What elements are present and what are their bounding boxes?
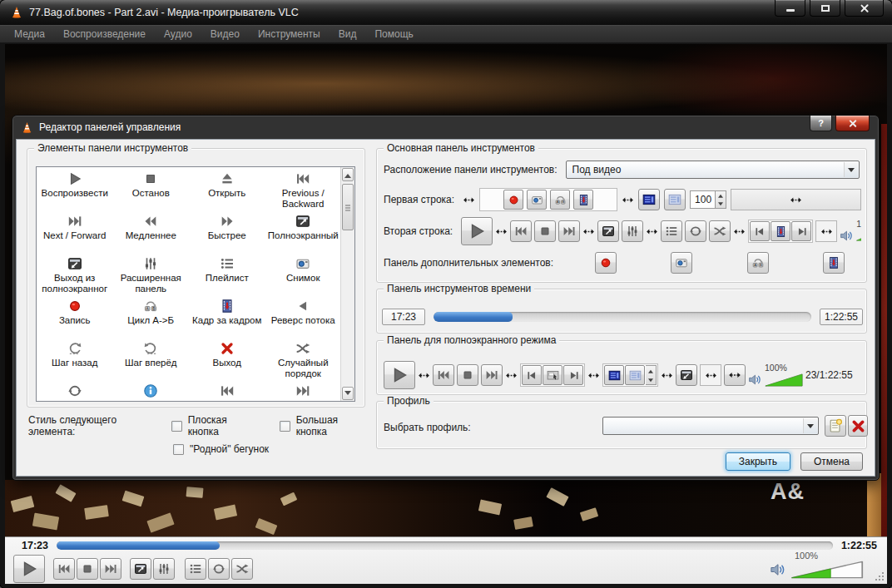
palette-item-step-back[interactable]: Шаг назад (37, 337, 113, 379)
menu-item-5[interactable]: Вид (330, 28, 366, 40)
scroll-up-button[interactable] (342, 168, 354, 181)
shuffle-button[interactable] (231, 558, 253, 580)
shuffle-button[interactable] (709, 220, 731, 242)
loop-button[interactable] (208, 558, 230, 580)
play-button[interactable] (384, 361, 415, 389)
skip-back-button[interactable] (510, 220, 532, 242)
playlist-light-button[interactable] (625, 365, 645, 385)
palette-item-step-forward[interactable]: Шаг вперёд (113, 337, 190, 379)
palette-item-play[interactable]: Воспроизвести (37, 167, 113, 210)
spacer-element[interactable] (587, 369, 600, 382)
playlist-dark-button[interactable] (638, 189, 660, 210)
close-button[interactable] (845, 0, 884, 17)
palette-item-quit[interactable]: Выход (189, 337, 265, 379)
spacer-element[interactable] (661, 369, 673, 382)
skip-back-button[interactable] (433, 364, 454, 386)
palette-item-skip-forward[interactable]: Следующий (265, 379, 342, 402)
abloop-button[interactable]: AB (550, 190, 570, 210)
new-profile-button[interactable] (825, 415, 846, 437)
loop-button[interactable] (685, 220, 706, 242)
close-dialog-button[interactable]: Закрыть (726, 452, 790, 471)
palette-item-eject[interactable]: Открыть (189, 167, 265, 210)
play-button[interactable] (461, 217, 493, 245)
palette-item-info[interactable]: Информация (113, 379, 190, 402)
flat-button-label[interactable]: Плоская кнопка (188, 414, 260, 437)
expanding-spacer-element[interactable] (731, 189, 861, 210)
playlist-dark-button[interactable] (604, 365, 624, 385)
palette-item-snapshot[interactable]: Снимок (265, 252, 342, 294)
playlist-button[interactable] (661, 220, 682, 242)
volume-element[interactable]: 100% (748, 363, 803, 387)
palette-item-abloop[interactable]: ABЦикл А->Б (113, 294, 190, 337)
spin-arrows[interactable] (716, 190, 726, 209)
spacer-element[interactable] (582, 225, 595, 238)
menu-item-3[interactable]: Видео (201, 28, 249, 40)
scroll-down-button[interactable] (342, 387, 354, 400)
palette-item-fullscreen[interactable]: Полноэкранный (265, 210, 342, 252)
cancel-button[interactable]: Отмена (800, 452, 863, 471)
dialog-titlebar[interactable]: Редактор панелей управления (12, 116, 879, 139)
spacer-element[interactable] (505, 369, 518, 382)
play-button[interactable] (13, 555, 45, 583)
palette-item-record[interactable]: Запись (37, 294, 113, 337)
window-titlebar[interactable]: 77.Bag.of.bones - Part 2.avi - Медиа-про… (0, 0, 892, 25)
palette-item-stop[interactable]: Останов (113, 167, 190, 210)
palette-item-slower[interactable]: Медленнее (113, 210, 190, 252)
spacer-element[interactable] (646, 225, 658, 238)
skip-back-button[interactable] (53, 558, 75, 580)
extended-button[interactable] (153, 558, 175, 580)
spacer-button[interactable] (724, 364, 746, 386)
menu-item-2[interactable]: Аудио (155, 28, 201, 40)
delete-profile-button[interactable] (848, 415, 868, 437)
palette-item-skip-back[interactable]: Previous / Backward (265, 167, 342, 210)
menu-item-0[interactable]: Медиа (5, 28, 54, 40)
spacer-element[interactable] (733, 225, 746, 238)
skip-forward-button[interactable] (558, 220, 580, 242)
big-button-label[interactable]: Большая кнопка (296, 414, 371, 437)
palette-item-playlist[interactable]: Плейлист (189, 252, 265, 294)
total-time-element[interactable]: 1:22:55 (820, 309, 863, 325)
palette-item-faster[interactable]: Быстрее (189, 210, 265, 252)
spacer-element[interactable] (622, 194, 634, 206)
palette-item-skip-forward[interactable]: Next / Forward (37, 210, 113, 252)
volume-slider[interactable] (790, 561, 864, 579)
volume-slider[interactable] (856, 230, 861, 241)
skip-forward-button[interactable] (481, 364, 503, 386)
palette-scrollbar[interactable] (340, 167, 354, 401)
seek-slider[interactable] (57, 541, 833, 550)
menu-item-4[interactable]: Инструменты (249, 28, 330, 40)
menu-item-1[interactable]: Воспроизведение (54, 28, 155, 40)
native-slider-label[interactable]: "Родной" бегунок (190, 443, 269, 455)
skip-forward-button[interactable] (100, 558, 121, 580)
palette-item-loop[interactable]: Loop / (37, 379, 113, 402)
stop-button[interactable] (534, 220, 556, 242)
record-button[interactable] (503, 190, 523, 210)
menu-item-6[interactable]: Помощь (365, 28, 422, 40)
expanding-spacer-element[interactable] (815, 220, 837, 242)
dvd-menu-button[interactable] (543, 365, 562, 385)
big-button-checkbox[interactable] (280, 421, 290, 432)
spacer-element[interactable] (418, 369, 430, 382)
palette-item-shuffle[interactable]: Случайный порядок (265, 337, 342, 379)
palette-item-reverse[interactable]: Реверс потока (265, 294, 342, 337)
frame-button[interactable] (771, 221, 790, 241)
frame-button[interactable] (823, 252, 845, 274)
spacer-element[interactable] (463, 194, 475, 206)
fullscreen-button[interactable] (130, 558, 151, 580)
frame-next-button[interactable] (563, 365, 583, 385)
spin-arrows[interactable] (646, 365, 657, 385)
fullscreen-button[interactable] (597, 220, 619, 242)
flat-button-checkbox[interactable] (171, 421, 182, 432)
palette-item-exit-fullscreen[interactable]: Выход из полноэкранног (37, 252, 113, 294)
size-spinbox[interactable]: 100 (690, 190, 726, 209)
frame-next-button[interactable] (791, 221, 811, 241)
toolbar-position-select[interactable]: Под видео (566, 161, 860, 179)
volume-element[interactable]: 10 (840, 220, 861, 243)
profile-select[interactable] (602, 417, 819, 435)
frame-button[interactable] (573, 190, 593, 210)
palette-item-skip-back[interactable]: Предыдущий (189, 379, 265, 402)
exit-fullscreen-button[interactable] (676, 364, 697, 386)
spacer-element[interactable] (495, 225, 508, 238)
playlist-button[interactable] (185, 558, 206, 580)
maximize-button[interactable] (810, 0, 840, 17)
